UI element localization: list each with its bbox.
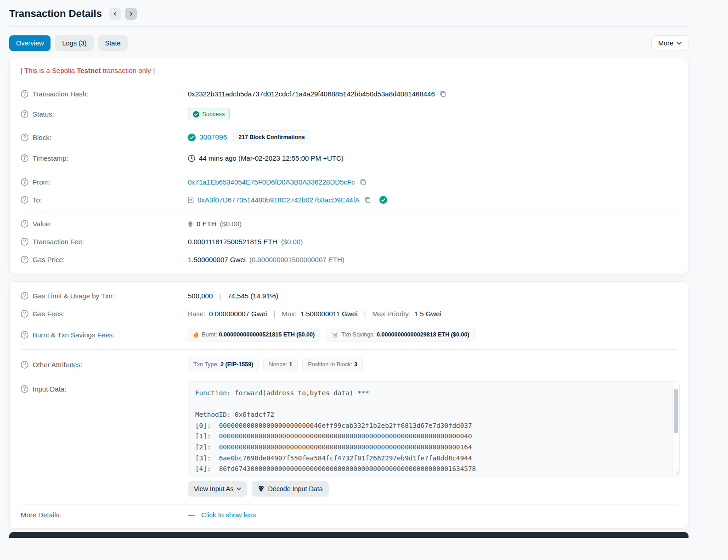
burnt-savings-row: ? Burnt & Txn Savings Fees: Burnt: 0.000… <box>21 323 677 347</box>
svg-text:?: ? <box>23 197 26 202</box>
copy-icon[interactable] <box>363 196 372 203</box>
question-circle-icon[interactable]: ? <box>21 361 28 369</box>
divider <box>21 349 677 350</box>
to-address-link[interactable]: 0xA3f07D6773514480b918C2742b027b3acD9E44… <box>198 196 360 204</box>
svg-text:?: ? <box>23 293 26 298</box>
gas-price-alt: (0.000000001500000007 ETH) <box>249 256 344 263</box>
copy-icon[interactable] <box>359 179 367 185</box>
verified-check-circle-icon <box>379 196 387 204</box>
gas-price-row: ? Gas Price: 1.500000007 Gwei (0.0000000… <box>21 251 677 269</box>
question-circle-icon[interactable]: ? <box>21 154 28 162</box>
header-divider <box>9 26 688 27</box>
copy-icon[interactable] <box>439 90 447 97</box>
burnt-fee-badge: Burnt: 0.000000000000521815 ETH ($0.00) <box>188 328 320 342</box>
input-data-row: ? Input Data: Function: forward(address … <box>21 376 677 476</box>
svg-text:?: ? <box>23 179 26 185</box>
row-label-text: From: <box>33 178 51 186</box>
svg-text:?: ? <box>23 257 26 262</box>
question-circle-icon[interactable]: ? <box>21 310 28 318</box>
svg-text:?: ? <box>23 311 26 316</box>
question-circle-icon[interactable]: ? <box>21 220 28 228</box>
max-priority-label: Max Priority: <box>372 310 410 318</box>
contract-file-icon <box>188 196 194 203</box>
page-header: Transaction Details <box>9 0 688 20</box>
testnet-notice: [ This is a Sepolia Testnet transaction … <box>21 60 677 82</box>
money-wings-icon <box>331 332 339 338</box>
footer-edge <box>9 532 688 538</box>
from-address-link[interactable]: 0x71a1Eb6534054E75F0D6fD0A3B0A336228DD5c… <box>188 178 355 186</box>
gas-limit-value: 500,000 <box>188 292 213 300</box>
timestamp-row: ? Timestamp: 44 mins ago (Mar-02-2023 12… <box>21 149 677 167</box>
tab-logs[interactable]: Logs (3) <box>55 35 93 51</box>
input-data-scrollbar[interactable] <box>672 382 679 476</box>
svg-text:?: ? <box>23 362 26 367</box>
block-number-link[interactable]: 3007096 <box>199 133 227 141</box>
svg-text:?: ? <box>23 239 26 244</box>
row-label-text: Other Attributes: <box>33 361 82 369</box>
resize-handle-icon[interactable] <box>674 470 678 475</box>
prev-transaction-button[interactable] <box>109 8 121 20</box>
gas-limit-row: ? Gas Limit & Usage by Txn: 500,000 | 74… <box>21 287 677 305</box>
separator: | <box>271 310 278 318</box>
nonce-badge: Nonce: 1 <box>263 358 298 371</box>
svg-text:?: ? <box>23 134 26 140</box>
question-circle-icon[interactable]: ? <box>21 331 28 339</box>
transaction-hash-value: 0x2322b311adcb5da737d012cdcf71a4a29f4068… <box>188 90 435 98</box>
value-amount: 0 ETH <box>197 220 216 228</box>
status-row: ? Status: Success <box>21 103 677 125</box>
decode-input-data-button[interactable]: Decode Input Data <box>252 481 328 497</box>
row-label-text: Gas Price: <box>33 256 65 263</box>
show-less-link[interactable]: Click to show less <box>201 511 256 519</box>
svg-text:?: ? <box>23 111 26 117</box>
details-card: ? Gas Limit & Usage by Txn: 500,000 | 74… <box>9 281 688 529</box>
divider <box>21 170 677 170</box>
question-circle-icon[interactable]: ? <box>21 385 28 393</box>
fee-amount: 0.000111817500521815 ETH <box>188 238 277 246</box>
chevron-down-icon <box>677 42 682 45</box>
from-row: ? From: 0x71a1Eb6534054E75F0D6fD0A3B0A33… <box>21 173 677 191</box>
question-circle-icon[interactable]: ? <box>21 134 28 141</box>
scrollbar-thumb[interactable] <box>674 389 678 433</box>
timestamp-value: 44 mins ago (Mar-02-2023 12:55:00 PM +UT… <box>199 154 344 162</box>
txn-savings-badge: Txn Savings: 0.00000000000029818 ETH ($0… <box>326 328 474 342</box>
tab-state[interactable]: State <box>98 35 128 51</box>
row-label-text: Block: <box>33 134 51 141</box>
question-circle-icon[interactable]: ? <box>21 178 28 186</box>
txn-savings-label: Txn Savings: <box>341 331 375 338</box>
view-input-as-button[interactable]: View Input As <box>188 481 247 497</box>
max-priority-value: 1.5 Gwei <box>414 310 441 318</box>
status-text: Success <box>202 111 225 118</box>
row-label-text: To: <box>33 196 42 204</box>
next-transaction-button[interactable] <box>125 8 137 20</box>
question-circle-icon[interactable]: ? <box>21 110 28 118</box>
max-fee-label: Max: <box>282 310 297 318</box>
question-circle-icon[interactable]: ? <box>21 256 28 263</box>
row-label-text: Gas Fees: <box>33 310 64 318</box>
nonce-value: 1 <box>289 361 292 368</box>
txn-type-value: 2 (EIP-1559) <box>220 361 253 368</box>
more-dropdown-button[interactable]: More <box>651 35 688 51</box>
chevron-right-icon <box>129 11 133 16</box>
question-circle-icon[interactable]: ? <box>21 90 28 98</box>
gas-price-amount: 1.500000007 Gwei <box>188 256 246 263</box>
transaction-hash-row: ? Transaction Hash: 0x2322b311adcb5da737… <box>21 85 677 103</box>
question-circle-icon[interactable]: ? <box>21 292 28 300</box>
base-fee-value: 0.000000007 Gwei <box>209 310 267 318</box>
txn-type-label: Txn Type: <box>193 361 219 368</box>
input-data-textarea[interactable]: Function: forward(address to,bytes data)… <box>188 381 680 476</box>
row-label-text: Transaction Hash: <box>33 90 88 98</box>
chevron-down-icon <box>237 487 241 491</box>
question-circle-icon[interactable]: ? <box>21 238 28 246</box>
txn-type-badge: Txn Type: 2 (EIP-1559) <box>188 358 259 371</box>
burnt-value: 0.000000000000521815 ETH ($0.00) <box>219 331 315 338</box>
other-attributes-row: ? Other Attributes: Txn Type: 2 (EIP-155… <box>21 353 677 376</box>
position-label: Position In Block: <box>308 361 352 368</box>
check-circle-icon <box>188 134 196 141</box>
row-label-text: Status: <box>33 110 54 118</box>
overview-card: [ This is a Sepolia Testnet transaction … <box>9 57 688 274</box>
svg-text:?: ? <box>23 155 26 161</box>
question-circle-icon[interactable]: ? <box>21 196 28 204</box>
gas-fees-row: ? Gas Fees: Base: 0.000000007 Gwei | Max… <box>21 305 677 323</box>
tab-overview[interactable]: Overview <box>9 35 51 51</box>
row-label-text: More Details: <box>21 511 61 519</box>
